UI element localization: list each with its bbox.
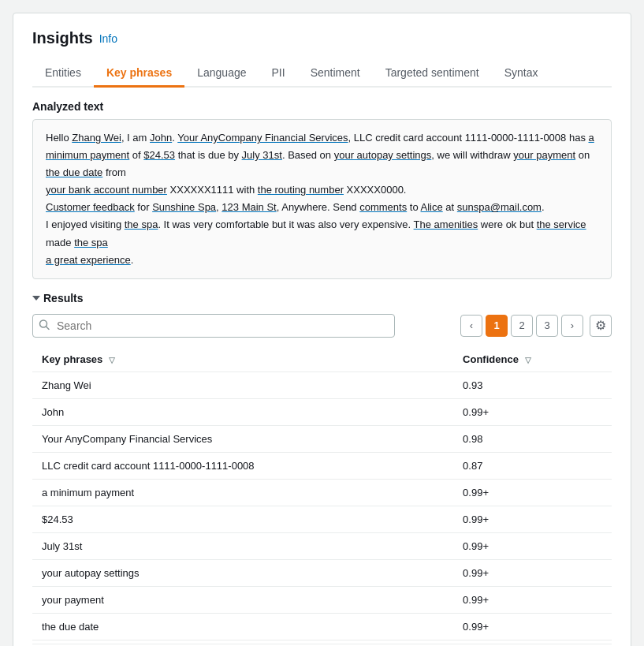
cell-confidence: 0.99+ (453, 613, 612, 640)
entity-date: July 31st (242, 149, 282, 161)
page-3-button[interactable]: 3 (536, 315, 558, 337)
tab-sentiment[interactable]: Sentiment (298, 60, 373, 88)
table-row: Your AnyCompany Financial Services0.98 (32, 425, 612, 452)
entity-address: 123 Main St (221, 201, 276, 213)
entity-the-spa: the spa (125, 218, 158, 230)
info-link[interactable]: Info (99, 32, 117, 45)
sort-confidence-icon[interactable]: ▽ (525, 356, 531, 364)
entity-email: sunspa@mail.com (457, 201, 542, 213)
entity-customer-feedback: Customer feedback (46, 201, 135, 213)
entity-amount: $24.53 (143, 149, 175, 161)
collapse-icon (32, 296, 40, 301)
col-confidence: Confidence ▽ (453, 347, 612, 372)
tab-entities[interactable]: Entities (32, 60, 94, 88)
analyzed-text-box: Hello Zhang Wei, I am John. Your AnyComp… (32, 119, 612, 279)
table-row: John0.99+ (32, 398, 612, 425)
results-label: Results (43, 292, 84, 304)
cell-phrase: July 31st (32, 532, 453, 559)
cell-confidence: 0.87 (453, 452, 612, 479)
chevron-next-icon: › (571, 319, 574, 331)
entity-due-date: the due date (46, 166, 102, 178)
entity-bank-account: your bank account number (46, 184, 167, 196)
table-row: LLC credit card account 1111-0000-1111-0… (32, 452, 612, 479)
cell-phrase: John (32, 398, 453, 425)
table-row: the due date0.99+ (32, 613, 612, 640)
tab-key-phrases[interactable]: Key phrases (94, 60, 184, 88)
cell-confidence: 0.93 (453, 372, 612, 398)
cell-phrase: $24.53 (32, 506, 453, 532)
chevron-prev-icon: ‹ (470, 319, 473, 331)
cell-confidence: 0.99+ (453, 586, 612, 613)
entity-anycompany: Your AnyCompany Financial Services (177, 132, 348, 144)
tab-pii[interactable]: PII (259, 60, 298, 88)
table-row: your payment0.99+ (32, 586, 612, 613)
table-row: July 31st0.99+ (32, 532, 612, 559)
search-input[interactable] (32, 314, 395, 338)
svg-line-1 (47, 327, 50, 330)
search-row: ‹ 1 2 3 › ⚙ (32, 314, 612, 338)
page-next-button[interactable]: › (561, 315, 583, 337)
page-1-button[interactable]: 1 (486, 315, 508, 337)
cell-confidence: 0.99+ (453, 479, 612, 506)
col-confidence-label: Confidence (463, 353, 519, 365)
page-title: Insights (32, 29, 93, 47)
entity-john: John (150, 132, 172, 144)
cell-phrase: LLC credit card account 1111-0000-1111-0… (32, 452, 453, 479)
cell-phrase: Your AnyCompany Financial Services (32, 425, 453, 452)
page-prev-button[interactable]: ‹ (460, 315, 482, 337)
entity-sunshine-spa: Sunshine Spa (152, 201, 216, 213)
main-container: Insights Info EntitiesKey phrasesLanguag… (13, 13, 631, 646)
table-header-row: Key phrases ▽ Confidence ▽ (32, 347, 612, 372)
entity-amenities: The amenities (414, 218, 478, 230)
entity-payment: your payment (513, 149, 575, 161)
analyzed-text-section: Analyzed text Hello Zhang Wei, I am John… (32, 100, 612, 279)
gear-icon: ⚙ (595, 318, 606, 333)
analyzed-text-label: Analyzed text (32, 100, 612, 113)
tab-bar: EntitiesKey phrasesLanguagePIISentimentT… (32, 60, 612, 88)
table-row: Zhang Wei0.93 (32, 372, 612, 398)
cell-confidence: 0.99+ (453, 532, 612, 559)
cell-phrase: your autopay settings (32, 559, 453, 586)
entity-routing: the routing number (258, 184, 344, 196)
results-section: Results ‹ 1 2 3 › (32, 292, 612, 640)
entity-zhang-wei: Zhang Wei (72, 132, 121, 144)
tab-targeted-sentiment[interactable]: Targeted sentiment (373, 60, 492, 88)
cell-confidence: 0.99+ (453, 559, 612, 586)
tab-language[interactable]: Language (184, 60, 259, 88)
table-row: $24.530.99+ (32, 506, 612, 532)
entity-comments: comments (359, 201, 407, 213)
page-header: Insights Info (32, 29, 612, 47)
cell-confidence: 0.98 (453, 425, 612, 452)
tab-syntax[interactable]: Syntax (492, 60, 551, 88)
entity-service: the service (537, 218, 586, 230)
table-row: a minimum payment0.99+ (32, 479, 612, 506)
col-key-phrases: Key phrases ▽ (32, 347, 453, 372)
results-header[interactable]: Results (32, 292, 612, 304)
settings-button[interactable]: ⚙ (590, 315, 612, 337)
entity-autopay: your autopay settings (334, 149, 432, 161)
cell-phrase: a minimum payment (32, 479, 453, 506)
entity-great-experience: a great experience (46, 254, 131, 266)
search-icon (39, 319, 50, 332)
col-key-phrases-label: Key phrases (42, 353, 102, 365)
entity-alice: Alice (421, 201, 443, 213)
table-row: your autopay settings0.99+ (32, 559, 612, 586)
cell-confidence: 0.99+ (453, 506, 612, 532)
cell-confidence: 0.99+ (453, 398, 612, 425)
page-2-button[interactable]: 2 (511, 315, 533, 337)
cell-phrase: the due date (32, 613, 453, 640)
search-wrapper (32, 314, 395, 338)
entity-spa2: the spa (74, 237, 108, 248)
cell-phrase: Zhang Wei (32, 372, 453, 398)
sort-key-phrases-icon[interactable]: ▽ (109, 356, 115, 364)
results-table: Key phrases ▽ Confidence ▽ Zhang Wei0.93… (32, 347, 612, 640)
cell-phrase: your payment (32, 586, 453, 613)
pagination: ‹ 1 2 3 › ⚙ (460, 315, 612, 337)
